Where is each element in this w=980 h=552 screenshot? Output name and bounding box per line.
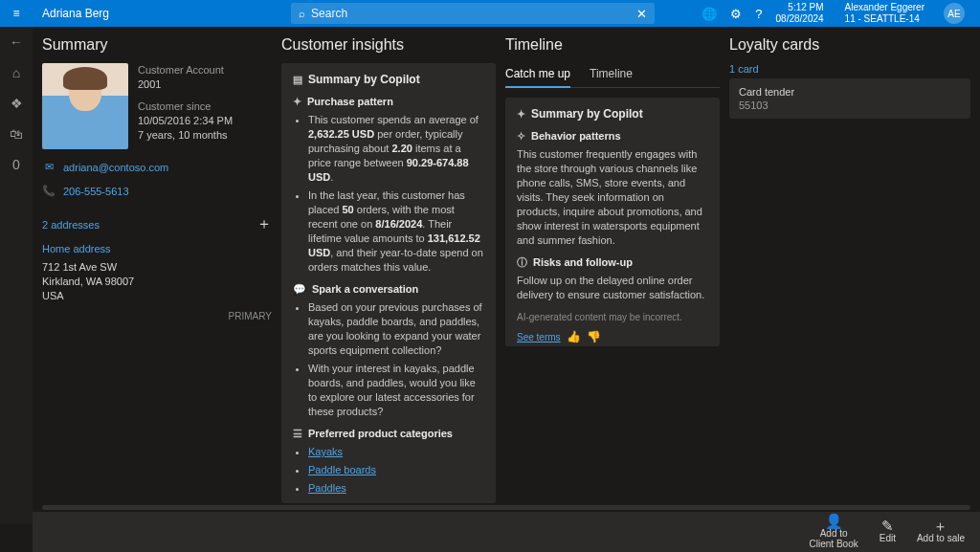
spark-icon: 💬 (293, 282, 306, 297)
horizontal-scrollbar[interactable] (42, 505, 970, 510)
insights-column: Customer insights ▤ Summary by Copilot ✦… (281, 36, 496, 520)
customer-photo (42, 63, 128, 149)
tab-timeline[interactable]: Timeline (590, 63, 633, 87)
purchase-pattern-item-2: In the last year, this customer has plac… (308, 188, 484, 275)
plus-icon: ＋ (917, 520, 965, 531)
insights-title: Customer insights (281, 36, 496, 54)
loyalty-card[interactable]: Card tender 55103 (729, 78, 970, 119)
purchase-pattern-item-1: This customer spends an average of 2,632… (308, 113, 484, 185)
tenure-value: 7 years, 10 months (138, 128, 233, 143)
tab-catch-me-up[interactable]: Catch me up (505, 63, 570, 88)
back-icon[interactable]: ← (10, 34, 23, 50)
pref-head: Preferred product categories (308, 427, 453, 441)
pencil-icon: ✎ (880, 520, 896, 531)
search-input[interactable] (311, 7, 636, 20)
rail-count[interactable]: 0 (12, 157, 20, 172)
spark-item-2: With your interest in kayaks, paddle boa… (308, 362, 484, 419)
since-value: 10/05/2016 2:34 PM (138, 114, 233, 128)
see-terms-link-timeline[interactable]: See terms (517, 330, 561, 344)
summary-column: Summary Customer Account 2001 Customer s… (42, 36, 272, 520)
account-label: Customer Account (138, 63, 233, 77)
loyalty-count-link[interactable]: 1 card (729, 63, 970, 75)
pref-icon: ☰ (293, 427, 302, 441)
add-to-sale-button[interactable]: ＋ Add to sale (917, 520, 965, 543)
timeline-title: Timeline (505, 36, 720, 54)
risks-text: Follow up on the delayed online order de… (517, 274, 708, 302)
pref-link-kayaks[interactable]: Kayaks (308, 446, 343, 457)
phone-link[interactable]: 206-555-5613 (63, 186, 129, 197)
timeline-panel: ✦ Summary by Copilot ✧ Behavior patterns… (505, 98, 720, 346)
action-bar: 👤 Add to Client Book ✎ Edit ＋ Add to sal… (33, 512, 980, 552)
user-avatar-badge[interactable]: AE (944, 3, 965, 24)
globe-icon[interactable]: 🌐 (702, 7, 717, 21)
search-icon: ⌕ (299, 8, 305, 19)
email-row: ✉ adriana@contoso.com (42, 161, 272, 173)
thumbs-down-icon-timeline[interactable]: 👎 (587, 330, 601, 344)
account-value: 2001 (138, 77, 233, 92)
thumbs-up-icon-timeline[interactable]: 👍 (567, 330, 581, 344)
ai-disclaimer-timeline: AI-generated content may be incorrect. (517, 310, 682, 324)
home-icon[interactable]: ⌂ (12, 65, 20, 80)
spark-item-1: Based on your previous purchases of kaya… (308, 300, 484, 358)
addresses-link[interactable]: 2 addresses (42, 219, 100, 231)
search-box[interactable]: ⌕ ✕ (291, 3, 655, 24)
user-fullname: Alexander Eggerer (845, 2, 924, 13)
summary-title: Summary (42, 36, 272, 54)
hamburger-icon[interactable]: ≡ (0, 7, 33, 20)
user-block[interactable]: Alexander Eggerer 11 - SEATTLE-14 (845, 2, 930, 25)
pref-link-paddleboards[interactable]: Paddle boards (308, 464, 376, 475)
behavior-text: This customer frequently engages with th… (517, 147, 708, 248)
top-bar: ≡ Adriana Berg ⌕ ✕ 🌐 ⚙ ? 5:12 PM 08/28/2… (0, 0, 980, 27)
address-line1: 712 1st Ave SW (42, 260, 272, 275)
email-icon: ✉ (42, 161, 56, 173)
copilot-icon: ▤ (293, 73, 302, 87)
loyalty-card-label: Card tender (739, 86, 961, 98)
email-link[interactable]: adriana@contoso.com (63, 162, 168, 173)
add-to-client-book-button[interactable]: 👤 Add to Client Book (810, 516, 858, 549)
phone-icon: 📞 (42, 185, 56, 197)
loyalty-column: Loyalty cards 1 card Card tender 55103 (729, 36, 970, 520)
insights-copilot-head: Summary by Copilot (308, 73, 420, 87)
edit-button[interactable]: ✎ Edit (880, 520, 896, 543)
bag-icon[interactable]: 🛍 (10, 126, 23, 142)
clear-search-icon[interactable]: ✕ (636, 7, 647, 21)
phone-row: 📞 206-555-5613 (42, 185, 272, 197)
behavior-icon: ✧ (517, 129, 525, 144)
time-block: 5:12 PM 08/28/2024 (776, 2, 832, 25)
add-person-icon: 👤 (810, 516, 858, 526)
diamond-icon[interactable]: ❖ (11, 96, 23, 111)
clock-date: 08/28/2024 (776, 13, 824, 25)
side-rail: ← ⌂ ❖ 🛍 0 (0, 27, 33, 524)
clock-time: 5:12 PM (776, 2, 824, 13)
copilot-icon-timeline: ✦ (517, 107, 525, 121)
help-icon[interactable]: ? (755, 7, 762, 21)
risks-icon: ⓘ (517, 255, 527, 270)
profile-details: Customer Account 2001 Customer since 10/… (138, 63, 233, 149)
timeline-tabs: Catch me up Timeline (505, 63, 720, 88)
since-label: Customer since (138, 99, 233, 114)
gear-icon[interactable]: ⚙ (730, 7, 742, 21)
spark-head: Spark a conversation (312, 282, 418, 297)
loyalty-card-id: 55103 (739, 99, 961, 111)
customer-name-header: Adriana Berg (33, 7, 119, 20)
address-line3: USA (42, 289, 272, 303)
timeline-column: Timeline Catch me up Timeline ✦ Summary … (505, 36, 720, 520)
purchase-pattern-head: Purchase pattern (307, 95, 393, 109)
primary-badge: PRIMARY (42, 309, 272, 323)
address-line2: Kirkland, WA 98007 (42, 275, 272, 289)
home-address-label[interactable]: Home address (42, 242, 272, 256)
address-block: Home address 712 1st Ave SW Kirkland, WA… (42, 242, 272, 323)
purchase-pattern-icon: ✦ (293, 95, 301, 109)
risks-head: Risks and follow-up (533, 255, 633, 270)
loyalty-title: Loyalty cards (729, 36, 970, 54)
insights-panel: ▤ Summary by Copilot ✦ Purchase pattern … (281, 63, 496, 503)
behavior-head: Behavior patterns (531, 129, 621, 144)
add-address-icon[interactable]: ＋ (256, 214, 272, 234)
timeline-copilot-head: Summary by Copilot (531, 107, 643, 121)
user-location: 11 - SEATTLE-14 (845, 13, 924, 25)
pref-link-paddles[interactable]: Paddles (308, 482, 346, 494)
